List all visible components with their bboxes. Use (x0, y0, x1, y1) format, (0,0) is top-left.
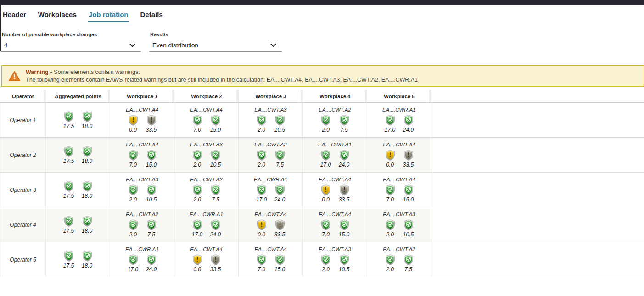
element-label: EA....CWT.A4 (319, 212, 351, 217)
points-value: 17.0 (256, 196, 267, 203)
shield-item: 10.5 (142, 184, 161, 203)
shield-ok-icon (211, 184, 221, 195)
shield-ok-icon (403, 184, 414, 195)
shield-pair: 17.5 18.0 (60, 146, 96, 164)
shield-item: 33.5 (142, 115, 161, 133)
shield-item: 18.0 (78, 181, 96, 199)
shield-item: 15.0 (335, 219, 353, 238)
shield-ok-icon (339, 115, 349, 126)
shield-pair: 0.0 33.5 (381, 150, 418, 168)
workplace-cell: EA....CWT.A4 7.0 15.0 (367, 173, 431, 207)
points-value: 7.5 (212, 196, 219, 203)
shield-ok-icon (64, 251, 74, 262)
shield-warn-icon (257, 219, 267, 230)
points-value: 33.5 (210, 266, 221, 273)
shield-item: 7.0 (317, 219, 335, 238)
job-rotation-table: Operator Aggregated points Workplace 1 W… (0, 90, 644, 277)
aggregated-points-cell: 17.5 18.0 (46, 242, 110, 277)
points-value: 0.0 (258, 231, 265, 238)
shield-item: 24.0 (335, 150, 353, 168)
tab-bar: Header Workplaces Job rotation Details (0, 5, 644, 22)
shield-pair: 17.0 24.0 (188, 219, 225, 238)
workplace-cell: EA....CWT.A4 0.0 33.5 (303, 173, 367, 207)
shield-item: 15.0 (142, 150, 161, 168)
shield-ok-icon (146, 150, 157, 161)
workplace-changes-select[interactable]: 4 (1, 41, 141, 52)
shield-item: 17.5 (60, 146, 78, 164)
workplace-cell: EA....CWT.A3 2.0 10.5 (110, 173, 174, 207)
shield-pair: 2.0 7.5 (381, 254, 418, 273)
shield-ok-icon (257, 115, 267, 126)
shield-item: 7.5 (207, 184, 225, 203)
points-value: 24.0 (339, 162, 349, 168)
workplace-cell: EA....CWT.A2 2.0 7.5 (239, 138, 303, 172)
shield-item: 7.0 (381, 184, 399, 203)
shield-item: 33.5 (335, 184, 353, 203)
shield-item: 0.0 (381, 150, 399, 168)
workplace-cell: EA....CWT.A2 2.0 7.5 (174, 173, 239, 207)
points-value: 2.0 (386, 266, 394, 273)
shield-ok-icon (82, 146, 92, 157)
points-value: 2.0 (386, 231, 394, 238)
shield-ok-icon (275, 150, 285, 161)
operator-name: Operator 3 (10, 187, 36, 193)
shield-item: 0.0 (124, 115, 142, 133)
tab-header[interactable]: Header (2, 10, 27, 22)
tab-workplaces[interactable]: Workplaces (38, 10, 77, 22)
operator-cell: Operator 5 (0, 242, 46, 277)
warning-banner: Warning- Some elements contain warnings:… (1, 65, 644, 87)
tab-job-rotation[interactable]: Job rotation (88, 10, 129, 22)
window-left-edge (0, 0, 1, 51)
warning-subtitle: - Some elements contain warnings: (50, 69, 140, 75)
points-value: 2.0 (193, 162, 201, 168)
shield-ok-icon (146, 219, 157, 230)
shield-ok-icon (211, 150, 221, 161)
element-label: EA....CWT.A4 (319, 177, 351, 182)
points-value: 2.0 (322, 127, 330, 133)
shield-item: 15.0 (207, 115, 225, 133)
points-value: 33.5 (146, 127, 157, 133)
shield-item: 33.5 (207, 254, 225, 273)
workplace-cell: EA....CWT.A3 2.0 10.5 (367, 207, 431, 242)
table-row: Operator 4 17.5 18.0EA....CWT.A2 2.0 7.5… (0, 207, 644, 242)
aggregated-points-cell: 17.5 18.0 (46, 138, 110, 172)
points-value: 17.5 (63, 158, 74, 164)
shield-item: 7.0 (188, 115, 207, 133)
shield-pair: 17.5 18.0 (60, 111, 96, 129)
points-value: 10.5 (146, 196, 157, 203)
element-label: EA....CWT.A4 (254, 212, 287, 217)
shield-ok-icon (275, 254, 285, 265)
shield-neutral-icon (146, 115, 157, 126)
element-label: EA....CWR.A1 (190, 212, 223, 217)
shield-warn-icon (385, 150, 395, 161)
points-value: 18.0 (82, 193, 92, 199)
shield-pair: 17.5 18.0 (60, 181, 96, 199)
shield-item: 33.5 (271, 219, 289, 238)
tab-details[interactable]: Details (140, 10, 163, 22)
operator-name: Operator 5 (10, 257, 36, 263)
shield-pair: 2.0 10.5 (252, 115, 289, 133)
points-value: 24.0 (274, 196, 285, 203)
results-label: Results (149, 32, 282, 37)
shield-item: 7.0 (252, 254, 271, 273)
shield-pair: 2.0 10.5 (188, 150, 225, 168)
col-workplace-1: Workplace 1 (110, 90, 174, 102)
shield-pair: 7.0 15.0 (188, 115, 225, 133)
element-label: EA....CWT.A3 (383, 212, 415, 217)
points-value: 7.0 (322, 231, 330, 238)
shield-ok-icon (275, 115, 285, 126)
shield-ok-icon (257, 184, 267, 195)
shield-ok-icon (192, 115, 202, 126)
results-select[interactable]: Even distribution (149, 41, 282, 52)
element-label: EA....CWT.A2 (254, 142, 287, 147)
shield-item: 2.0 (124, 219, 142, 238)
points-value: 10.5 (274, 127, 285, 133)
element-label: EA....CWT.A4 (126, 107, 158, 112)
points-value: 18.0 (82, 228, 92, 234)
shield-ok-icon (321, 254, 331, 265)
workplace-cell: EA....CWR.A1 17.0 24.0 (110, 242, 174, 277)
shield-ok-icon (82, 111, 92, 122)
points-value: 7.5 (147, 231, 155, 238)
points-value: 18.0 (82, 123, 92, 129)
shield-neutral-icon (211, 254, 221, 265)
